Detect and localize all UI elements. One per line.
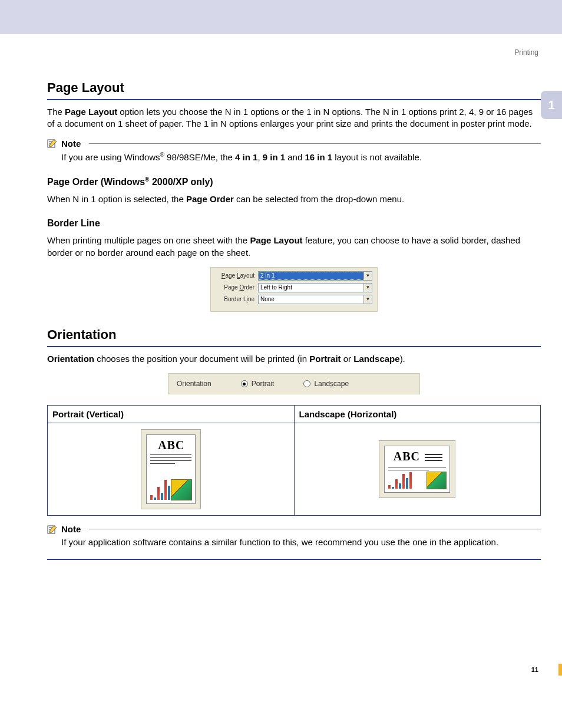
- dropdown-value: Left to Right: [260, 284, 292, 291]
- text: can be selected from the drop-down menu.: [234, 194, 404, 204]
- text: layout is not available.: [332, 152, 422, 162]
- text: Page Order (Windows: [47, 177, 145, 187]
- text: ).: [400, 354, 405, 364]
- note-heading: Note: [47, 139, 541, 149]
- sample-lines: [150, 454, 191, 464]
- chevron-down-icon[interactable]: ▼: [363, 295, 372, 304]
- page-order-body: When N in 1 option is selected, the Page…: [47, 193, 541, 205]
- text: When printing multiple pages on one shee…: [47, 235, 250, 245]
- heading-border-line: Border Line: [47, 218, 541, 229]
- text: The: [47, 107, 65, 117]
- table-header-landscape: Landscape (Horizontal): [294, 406, 541, 423]
- text-bold: Page Order: [186, 194, 234, 204]
- note-label: Note: [61, 139, 81, 149]
- setting-label: Border Line: [216, 296, 258, 302]
- page-layout-intro: The Page Layout option lets you choose t…: [47, 106, 541, 130]
- note-rule: [89, 143, 541, 144]
- text: or: [341, 354, 354, 364]
- dropdown-border-line[interactable]: None▼: [258, 295, 372, 304]
- note-icon: [47, 139, 58, 148]
- sample-page-landscape: ABC: [384, 446, 450, 493]
- orientation-strip-label: Orientation: [177, 380, 211, 388]
- sample-text: ABC: [394, 450, 420, 463]
- table-cell-portrait: ABC: [48, 423, 295, 516]
- setting-label: Page Layout: [216, 272, 258, 279]
- registered-mark: ®: [160, 151, 164, 158]
- note-body: If you are using Windows® 98/98SE/Me, th…: [61, 151, 541, 163]
- page-number: 11: [47, 666, 541, 673]
- setting-row-page-layout: Page Layout 2 in 1▼: [216, 271, 372, 281]
- note-block-2: Note If your application software contai…: [47, 524, 541, 548]
- chevron-down-icon[interactable]: ▼: [363, 284, 372, 292]
- dropdown-value: None: [260, 296, 275, 302]
- sample-chart: [150, 476, 170, 500]
- heading-page-order: Page Order (Windows® 2000/XP only): [47, 176, 541, 187]
- sample-image: [427, 472, 447, 489]
- thumbnail-portrait: ABC: [141, 429, 201, 509]
- heading-page-layout: Page Layout: [47, 80, 541, 100]
- text-bold: Orientation: [47, 354, 94, 364]
- table-cell-landscape: ABC: [294, 423, 541, 516]
- orientation-strip: Orientation Portrait Landscape: [168, 373, 420, 394]
- sample-chart: [388, 471, 412, 489]
- text-bold: Page Layout: [65, 107, 117, 117]
- setting-row-page-order: Page Order Left to Right▼: [216, 283, 372, 292]
- dropdown-page-order[interactable]: Left to Right▼: [258, 283, 372, 292]
- text-bold: 16 in 1: [305, 152, 332, 162]
- note-block-1: Note If you are using Windows® 98/98SE/M…: [47, 139, 541, 163]
- sample-lines: [388, 467, 446, 470]
- text: ,: [257, 152, 262, 162]
- dropdown-page-layout[interactable]: 2 in 1▼: [258, 271, 372, 281]
- note-label: Note: [61, 524, 81, 534]
- settings-panel: Page Layout 2 in 1▼ Page Order Left to R…: [210, 267, 378, 312]
- border-line-body: When printing multiple pages on one shee…: [47, 235, 541, 259]
- note-body: If your application software contains a …: [61, 536, 541, 548]
- chapter-tab: 1: [541, 91, 562, 119]
- radio-label: Landscape: [314, 380, 349, 388]
- text: When N in 1 option is selected, the: [47, 194, 186, 204]
- note-rule: [89, 529, 541, 529]
- orientation-table: Portrait (Vertical) Landscape (Horizonta…: [47, 405, 541, 516]
- pdf-top-bar: [0, 0, 562, 34]
- sample-text: ABC: [151, 439, 191, 452]
- note-icon: [47, 525, 58, 534]
- sample-lines-short: [425, 452, 442, 463]
- page-content: Printing 1 Page Layout The Page Layout o…: [0, 34, 562, 685]
- radio-icon: [241, 380, 248, 387]
- text-bold: Landscape: [353, 354, 399, 364]
- dropdown-value: 2 in 1: [260, 272, 275, 279]
- heading-orientation: Orientation: [47, 327, 541, 347]
- text: If you are using Windows: [61, 152, 160, 162]
- note-heading: Note: [47, 524, 541, 534]
- radio-portrait[interactable]: Portrait: [241, 380, 275, 388]
- radio-landscape[interactable]: Landscape: [303, 380, 349, 388]
- text: option lets you choose the N in 1 option…: [47, 107, 533, 129]
- running-header: Printing: [47, 48, 541, 57]
- table-header-portrait: Portrait (Vertical): [48, 406, 295, 423]
- sample-image: [171, 479, 192, 500]
- radio-label: Portrait: [252, 380, 275, 388]
- sample-page-portrait: ABC: [146, 434, 196, 504]
- setting-row-border-line: Border Line None▼: [216, 295, 372, 304]
- chevron-down-icon[interactable]: ▼: [363, 272, 372, 280]
- text: 2000/XP only): [149, 177, 213, 187]
- text-bold: Portrait: [309, 354, 340, 364]
- setting-label: Page Order: [216, 284, 258, 291]
- text-bold: Page Layout: [250, 235, 302, 245]
- text: and: [285, 152, 305, 162]
- orientation-body: Orientation chooses the position your do…: [47, 353, 541, 365]
- text-bold: 9 in 1: [263, 152, 285, 162]
- text-bold: 4 in 1: [235, 152, 257, 162]
- radio-icon: [303, 380, 310, 387]
- text: chooses the position your document will …: [94, 354, 309, 364]
- section-divider: [47, 559, 541, 560]
- thumbnail-landscape: ABC: [379, 440, 455, 498]
- text: 98/98SE/Me, the: [164, 152, 235, 162]
